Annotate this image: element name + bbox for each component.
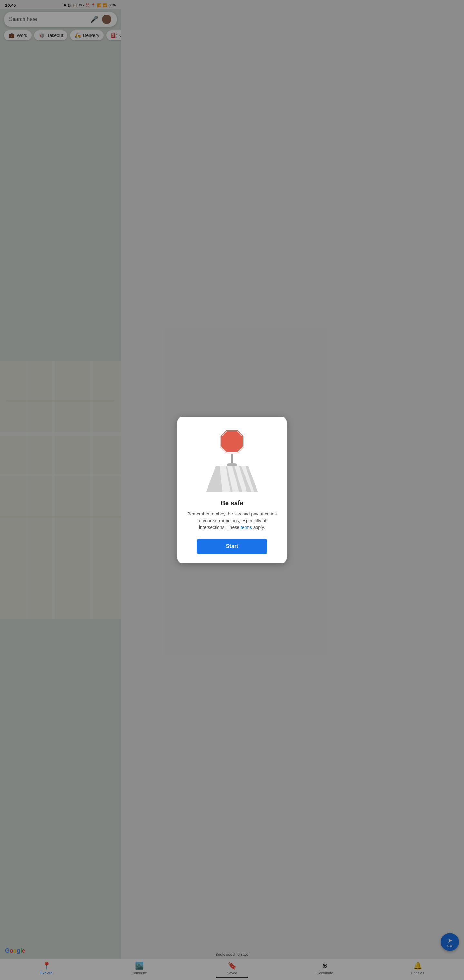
modal-overlay <box>0 0 121 980</box>
